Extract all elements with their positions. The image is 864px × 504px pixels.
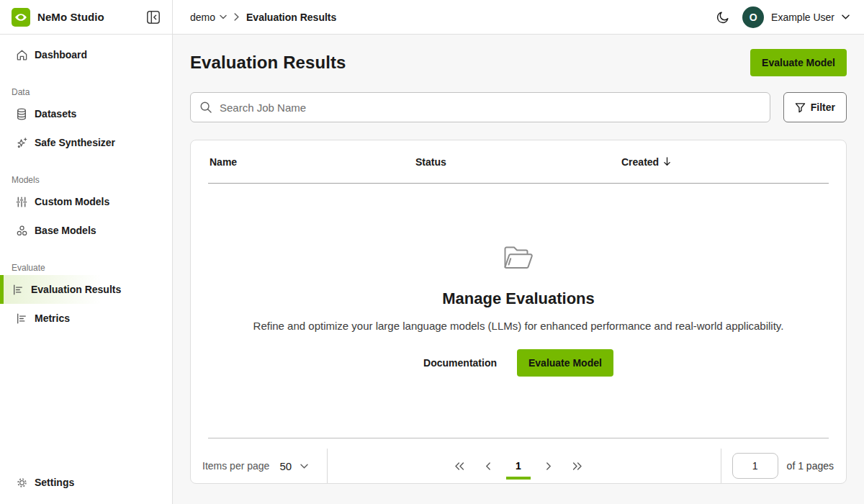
- sidebar-section-data: Data: [0, 85, 172, 99]
- chevron-down-icon: [842, 14, 850, 19]
- filter-icon: [795, 102, 806, 113]
- sidebar-item-evaluation-results[interactable]: Evaluation Results: [0, 275, 172, 304]
- double-chevron-left-icon: [454, 462, 464, 470]
- sidebar-item-label: Datasets: [35, 108, 76, 120]
- gear-icon: [15, 477, 28, 489]
- sidebar-item-base-models[interactable]: Base Models: [0, 216, 172, 245]
- items-per-page-select[interactable]: 50: [279, 460, 308, 472]
- page-title: Evaluation Results: [190, 53, 346, 73]
- empty-state-title: Manage Evaluations: [442, 289, 595, 308]
- sidebar-item-safe-synthesizer[interactable]: Safe Synthesizer: [0, 128, 172, 157]
- breadcrumb-project[interactable]: demo: [190, 12, 227, 23]
- avatar: O: [742, 6, 764, 28]
- previous-page-button[interactable]: [476, 449, 500, 483]
- sidebar-item-metrics[interactable]: Metrics: [0, 304, 172, 333]
- sidebar-item-custom-models[interactable]: Custom Models: [0, 187, 172, 216]
- sort-descending-icon: [663, 157, 671, 166]
- sidebar-collapse-icon[interactable]: [145, 9, 162, 26]
- evaluate-model-button[interactable]: Evaluate Model: [750, 49, 847, 76]
- cluster-icon: [15, 225, 28, 237]
- total-pages-label: of 1 pages: [787, 460, 834, 472]
- moon-icon: [716, 11, 729, 24]
- sidebar-item-datasets[interactable]: Datasets: [0, 99, 172, 128]
- column-header-created[interactable]: Created: [621, 156, 827, 168]
- user-menu[interactable]: O Example User: [742, 6, 852, 28]
- sidebar-item-label: Settings: [35, 477, 74, 488]
- chevron-down-icon: [220, 14, 227, 19]
- sidebar: Dashboard Data Datasets Safe Synthesizer…: [0, 35, 173, 504]
- search-box: [190, 92, 770, 122]
- sparkles-icon: [15, 137, 28, 149]
- results-table-card: Name Status Created: [190, 140, 847, 484]
- sidebar-item-dashboard[interactable]: Dashboard: [0, 40, 172, 69]
- search-icon: [199, 101, 212, 117]
- table-empty-body: Manage Evaluations Refine and optimize y…: [191, 184, 846, 438]
- title-row: Evaluation Results Evaluate Model: [190, 49, 847, 76]
- documentation-link[interactable]: Documentation: [423, 357, 497, 369]
- user-name-label: Example User: [771, 12, 834, 23]
- column-header-status[interactable]: Status: [415, 156, 621, 168]
- sidebar-item-label: Custom Models: [35, 196, 109, 207]
- sidebar-spacer: [0, 333, 172, 468]
- sidebar-section-evaluate: Evaluate: [0, 261, 172, 275]
- column-label: Status: [415, 156, 446, 168]
- page-number-input[interactable]: [732, 453, 778, 479]
- pagination-bar: Items per page 50: [191, 449, 846, 483]
- page-jump-group: of 1 pages: [721, 449, 846, 483]
- next-page-button[interactable]: [536, 449, 561, 483]
- evaluate-model-button-empty-state[interactable]: Evaluate Model: [517, 349, 613, 377]
- nvidia-logo-icon: [12, 8, 30, 27]
- open-folder-icon: [503, 245, 534, 271]
- double-chevron-right-icon: [572, 462, 582, 470]
- last-page-button[interactable]: [565, 449, 590, 483]
- bar-chart-icon: [15, 312, 28, 325]
- items-per-page-group: Items per page 50: [191, 449, 328, 483]
- filter-button[interactable]: Filter: [783, 92, 847, 122]
- main-content: Evaluation Results Evaluate Model Filter: [173, 35, 864, 504]
- app-window: NeMo Studio demo Evaluation Results: [0, 0, 864, 504]
- breadcrumb: demo Evaluation Results O Example User: [173, 0, 864, 34]
- empty-state: Manage Evaluations Refine and optimize y…: [191, 245, 846, 377]
- page-number-button[interactable]: 1: [505, 449, 532, 483]
- sidebar-item-label: Safe Synthesizer: [35, 137, 115, 148]
- active-page-indicator: [506, 477, 531, 480]
- column-label: Created: [621, 156, 659, 168]
- search-input[interactable]: [190, 92, 770, 122]
- column-header-name[interactable]: Name: [210, 156, 415, 168]
- filter-button-label: Filter: [811, 102, 835, 113]
- footer-divider: [208, 438, 829, 438]
- sliders-icon: [15, 196, 28, 208]
- chevron-left-icon: [485, 462, 491, 470]
- page-controls: 1: [447, 449, 590, 483]
- sidebar-item-label: Dashboard: [35, 49, 87, 60]
- dark-mode-toggle[interactable]: [716, 11, 729, 24]
- header-brand-area: NeMo Studio: [0, 0, 173, 34]
- column-label: Name: [210, 156, 237, 168]
- items-per-page-label: Items per page: [202, 460, 269, 472]
- database-icon: [15, 108, 28, 120]
- chevron-down-icon: [300, 464, 308, 469]
- breadcrumb-project-label: demo: [190, 12, 215, 23]
- table-header-row: Name Status Created: [208, 140, 829, 184]
- breadcrumb-current-page: Evaluation Results: [246, 12, 336, 23]
- first-page-button[interactable]: [447, 449, 472, 483]
- header-right-area: O Example User: [716, 6, 852, 28]
- sidebar-item-label: Base Models: [35, 225, 96, 236]
- current-page-label: 1: [516, 460, 521, 472]
- sidebar-item-label: Evaluation Results: [31, 284, 121, 295]
- sidebar-item-settings[interactable]: Settings: [0, 468, 172, 497]
- empty-state-actions: Documentation Evaluate Model: [423, 349, 613, 377]
- home-icon: [15, 49, 28, 61]
- search-row: Filter: [190, 92, 847, 122]
- bar-chart-icon: [12, 284, 24, 296]
- sidebar-item-label: Metrics: [35, 312, 70, 324]
- breadcrumb-separator-icon: [234, 13, 239, 21]
- top-header: NeMo Studio demo Evaluation Results: [0, 0, 864, 35]
- app-title: NeMo Studio: [37, 11, 104, 23]
- sidebar-section-models: Models: [0, 173, 172, 187]
- empty-state-description: Refine and optimize your large language …: [253, 320, 784, 332]
- items-per-page-value: 50: [279, 460, 292, 472]
- chevron-right-icon: [546, 462, 552, 470]
